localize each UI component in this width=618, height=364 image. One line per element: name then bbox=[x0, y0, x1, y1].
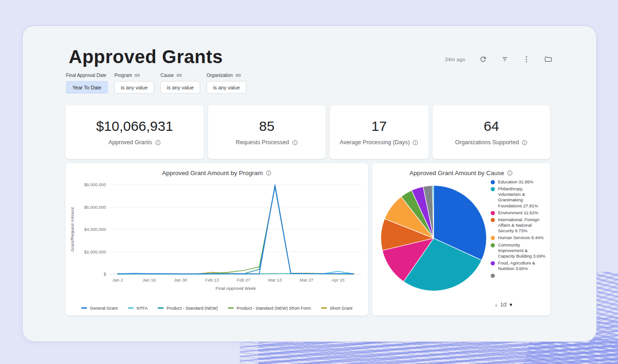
series-line-product-standard-new-short-form[interactable] bbox=[118, 187, 354, 274]
filter-chip-3[interactable]: is any value bbox=[207, 81, 246, 94]
x-tick-label: Jan 30 bbox=[174, 277, 187, 282]
filter-chip-2[interactable]: is any value bbox=[160, 81, 200, 94]
x-axis-title: Final Approval Week bbox=[216, 286, 256, 291]
legend-label: Philanthropy, Voluntarism & Grantmaking … bbox=[498, 186, 546, 209]
x-tick-label: Mar 13 bbox=[268, 277, 282, 282]
toolbar-icons bbox=[479, 55, 552, 63]
page-down-arrow[interactable]: ▼ bbox=[509, 302, 513, 307]
legend-swatch bbox=[158, 307, 164, 309]
line-chart-title: Approved Grant Amount by Program bbox=[162, 170, 262, 176]
y-tick-label: $ bbox=[104, 271, 107, 276]
page-indicator: 1/2 bbox=[500, 302, 507, 307]
legend-label: Human Services 8.44% bbox=[498, 235, 544, 241]
info-icon[interactable] bbox=[507, 170, 513, 176]
pie-legend-item-7[interactable] bbox=[491, 273, 546, 278]
legend-item-general-grant[interactable]: General Grant bbox=[81, 305, 118, 311]
x-tick-label: Feb 27 bbox=[237, 277, 250, 282]
y-tick-label: $2,000,000 bbox=[84, 249, 106, 254]
filter-group-organization: Organizationis any value bbox=[207, 72, 246, 94]
legend-label: General Grant bbox=[90, 305, 118, 311]
filter-group-final-approval-date: Final Approval DateYear To Date bbox=[66, 72, 108, 94]
legend-label: Product - Standard (NEW) Short Form bbox=[237, 305, 311, 311]
pie-legend-item-6[interactable]: Food, Agriculture & Nutrition 3.66% bbox=[491, 260, 546, 271]
pie-chart-tile: Approved Grant Amount by Cause Education… bbox=[372, 163, 550, 316]
info-icon[interactable] bbox=[155, 140, 161, 146]
pie-legend-item-3[interactable]: International, Foreign Affairs & Nationa… bbox=[491, 217, 546, 234]
info-icon[interactable] bbox=[266, 170, 272, 176]
filter-icon[interactable] bbox=[501, 55, 509, 63]
legend-swatch bbox=[491, 243, 495, 247]
info-icon[interactable] bbox=[507, 170, 513, 176]
legend-item-product-standard-new-short-form[interactable]: Product - Standard (NEW) Short Form bbox=[228, 305, 311, 311]
filter-group-cause: Causeis any value bbox=[160, 72, 200, 94]
filter-chip-1[interactable]: is any value bbox=[114, 81, 154, 94]
kpi-value: 85 bbox=[259, 118, 274, 134]
info-icon[interactable] bbox=[292, 140, 298, 146]
series-line-product-standard-new-[interactable] bbox=[118, 187, 354, 274]
kpi-label-row: Organizations Supported bbox=[455, 139, 528, 146]
legend-swatch bbox=[491, 218, 495, 222]
refresh-icon[interactable] bbox=[479, 55, 487, 63]
legend-swatch bbox=[491, 180, 495, 184]
link-icon bbox=[176, 72, 182, 78]
legend-item-ntfa[interactable]: NTFA bbox=[128, 305, 148, 311]
y-tick-label: $4,000,000 bbox=[84, 227, 106, 232]
line-chart-header: Approved Grant Amount by Program bbox=[65, 163, 368, 176]
legend-label: International, Foreign Affairs & Nationa… bbox=[498, 217, 546, 234]
y-tick-label: $8,000,000 bbox=[84, 182, 106, 187]
kpi-tile: 85Requests Processed bbox=[208, 105, 326, 159]
legend-swatch bbox=[321, 307, 327, 309]
filter-label-row: Final Approval Date bbox=[66, 72, 108, 78]
x-tick-label: Apr 10 bbox=[332, 277, 345, 282]
filter-label: Final Approval Date bbox=[66, 73, 106, 78]
line-chart-legend: General GrantNTFAProduct - Standard (NEW… bbox=[65, 305, 368, 311]
pie-chart-body: Education 31.85%Philanthropy, Voluntaris… bbox=[372, 176, 550, 295]
legend-label: Community Improvement & Capacity Buildin… bbox=[498, 242, 546, 259]
link-icon bbox=[134, 72, 140, 78]
legend-label: Education 31.85% bbox=[498, 179, 534, 185]
kpi-tile: $10,066,931Approved Grants bbox=[65, 105, 204, 159]
legend-label: Environment 11.62% bbox=[498, 210, 539, 216]
pie-legend-item-5[interactable]: Community Improvement & Capacity Buildin… bbox=[491, 242, 546, 259]
kpi-label-row: Average Processing (Days) bbox=[340, 139, 419, 146]
filter-label-row: Organization bbox=[207, 72, 246, 78]
pie-chart-header: Approved Grant Amount by Cause bbox=[372, 163, 550, 176]
legend-swatch bbox=[491, 261, 495, 265]
filter-row: Final Approval DateYear To DateProgramis… bbox=[66, 72, 246, 94]
link-icon bbox=[235, 72, 241, 78]
filter-label-row: Program bbox=[114, 72, 154, 78]
kpi-value: $10,066,931 bbox=[96, 118, 173, 134]
kebab-menu-icon[interactable] bbox=[523, 55, 530, 63]
kpi-value: 17 bbox=[371, 118, 386, 134]
legend-label: Product - Standard (NEW) bbox=[166, 305, 218, 311]
kpi-label: Organizations Supported bbox=[455, 139, 519, 146]
kpi-label: Average Processing (Days) bbox=[340, 139, 410, 146]
page-up-arrow: ▲ bbox=[494, 302, 499, 307]
info-icon[interactable] bbox=[522, 140, 528, 146]
pie-legend-item-1[interactable]: Philanthropy, Voluntarism & Grantmaking … bbox=[491, 186, 546, 209]
y-tick-label: $6,000,000 bbox=[84, 205, 106, 210]
y-axis-title: Grant/Request Amount bbox=[70, 207, 75, 252]
folder-icon[interactable] bbox=[544, 55, 552, 63]
filter-chip-0[interactable]: Year To Date bbox=[66, 81, 108, 94]
x-tick-label: Mar 27 bbox=[300, 277, 314, 282]
kpi-value: 64 bbox=[484, 118, 499, 134]
kpi-label-row: Requests Processed bbox=[236, 139, 297, 146]
pie-legend-item-0[interactable]: Education 31.85% bbox=[491, 179, 546, 185]
legend-swatch bbox=[491, 187, 495, 191]
pie-chart bbox=[378, 181, 490, 295]
pie-legend-item-2[interactable]: Environment 11.62% bbox=[491, 210, 546, 216]
dashboard-card: Approved Grants 34m ago Final Approval D… bbox=[22, 25, 597, 342]
filter-label: Program bbox=[114, 73, 132, 78]
info-icon[interactable] bbox=[412, 140, 418, 146]
pie-legend-item-4[interactable]: Human Services 8.44% bbox=[491, 235, 546, 241]
legend-item-product-standard-new-[interactable]: Product - Standard (NEW) bbox=[158, 305, 218, 311]
legend-swatch bbox=[491, 274, 495, 278]
info-icon[interactable] bbox=[266, 170, 272, 176]
kpi-label: Requests Processed bbox=[236, 139, 289, 146]
legend-item-short-grant[interactable]: Short Grant bbox=[321, 305, 352, 311]
charts-row: Approved Grant Amount by Program $$2,000… bbox=[65, 163, 550, 316]
legend-swatch bbox=[81, 307, 87, 309]
legend-label: Short Grant bbox=[330, 305, 352, 311]
last-updated-label: 34m ago bbox=[445, 57, 465, 62]
